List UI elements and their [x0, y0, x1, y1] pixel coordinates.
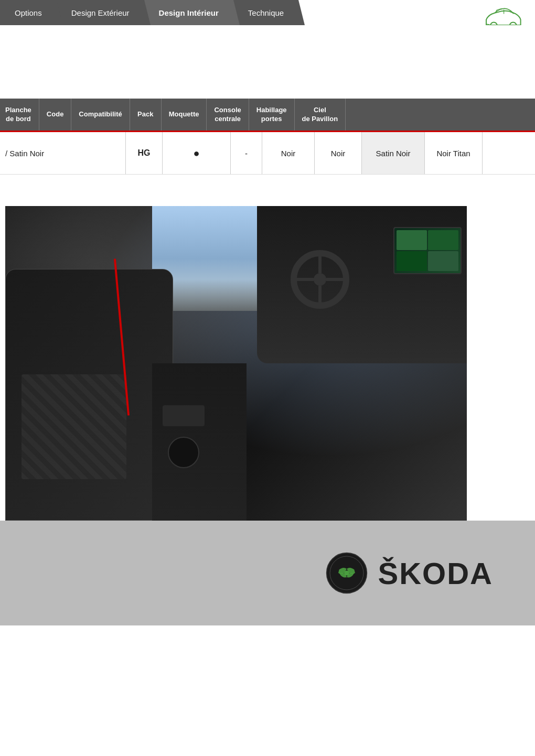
dashboard: [257, 206, 467, 363]
svg-point-11: [344, 570, 349, 576]
subnav-pack[interactable]: Pack: [130, 99, 162, 131]
steering-wheel-icon: [288, 248, 351, 311]
tab-options[interactable]: Options: [0, 0, 57, 25]
mid-spacer: [0, 175, 535, 206]
infotainment-screen: [393, 227, 462, 274]
subnav-habillage[interactable]: Habillage portes: [249, 99, 295, 131]
svg-point-4: [314, 273, 326, 286]
tab-technique[interactable]: Technique: [233, 0, 298, 25]
skoda-brand-name: ŠKODA: [378, 556, 493, 591]
subnav-code[interactable]: Code: [39, 99, 72, 131]
subnav-compatibilite[interactable]: Compatibilité: [71, 99, 130, 131]
interior-image: [5, 206, 467, 521]
seat-left: [5, 269, 173, 521]
tab-design-ext[interactable]: Design Extérieur: [57, 0, 144, 25]
gear-knob: [168, 437, 199, 468]
skoda-logo-area: ŠKODA: [326, 552, 493, 594]
cell-moquette: Noir: [262, 132, 315, 174]
data-row-wrapper: / Satin Noir HG ● - Noir Noir Satin Noir…: [0, 132, 535, 175]
cell-pack: -: [231, 132, 262, 174]
console-controls: [163, 405, 205, 426]
cell-ciel: Noir Titan: [425, 132, 483, 174]
data-row: / Satin Noir HG ● - Noir Noir Satin Noir…: [0, 132, 535, 174]
cell-planche: / Satin Noir: [0, 132, 126, 174]
car-image-area: [5, 206, 467, 521]
subnav-moquette[interactable]: Moquette: [162, 99, 207, 131]
skoda-emblem-icon: [326, 552, 368, 594]
center-console: [152, 363, 247, 521]
top-nav: Options Design Extérieur Design Intérieu…: [0, 0, 535, 25]
subnav-console[interactable]: Console centrale: [207, 99, 249, 131]
cell-compat: ●: [163, 132, 231, 174]
subnav-planche[interactable]: Planche de bord: [0, 99, 39, 131]
cell-habillage: Satin Noir: [362, 132, 425, 174]
header-area: [0, 25, 535, 99]
cell-code: HG: [126, 132, 163, 174]
tab-design-int[interactable]: Design Intérieur: [144, 0, 233, 25]
subnav-ciel[interactable]: Ciel de Pavillon: [295, 99, 346, 131]
sub-nav: Planche de bord Code Compatibilité Pack …: [0, 99, 535, 132]
footer: ŠKODA: [0, 521, 535, 625]
cell-console: Noir: [315, 132, 362, 174]
seat-diamond-pattern: [22, 374, 126, 479]
